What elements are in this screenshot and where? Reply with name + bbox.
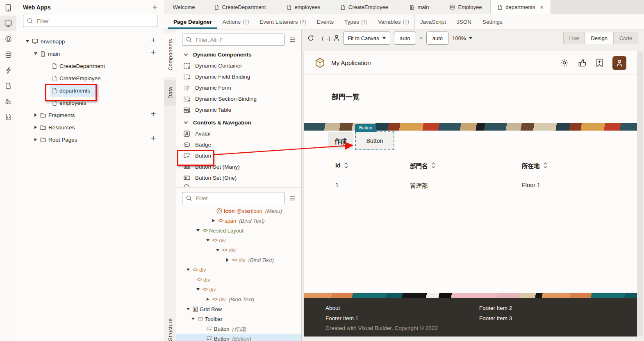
tab-variables[interactable]: Variables(1) (373, 14, 414, 29)
palette-item-dynamic-container[interactable]: Dynamic Container (176, 60, 301, 71)
services-icon[interactable] (0, 31, 16, 47)
web-apps-filter-input[interactable] (36, 18, 153, 25)
gear-icon[interactable] (560, 59, 569, 67)
palette-item-avatar[interactable]: Avatar (176, 128, 301, 139)
components-filter-input[interactable] (195, 36, 280, 43)
collapse-icon[interactable] (205, 239, 211, 242)
tab-event-listeners[interactable]: Event Listeners(2) (254, 14, 311, 29)
tab-json[interactable]: JSON (451, 14, 477, 29)
tree-item-employees[interactable]: employees (16, 97, 164, 109)
palette-menu-icon[interactable] (289, 37, 296, 42)
palette-item-dynamic-form[interactable]: Dynamic Form (176, 82, 301, 93)
source-view-icon[interactable] (0, 109, 16, 124)
footer-link-item3[interactable]: Footer Item 3 (479, 314, 512, 324)
selected-tree-item[interactable]: departments (50, 84, 99, 97)
refresh-icon[interactable] (307, 35, 314, 41)
structure-node-div[interactable]: <> div (176, 245, 301, 255)
tab-employees[interactable]: employees (276, 0, 331, 14)
user-preview-icon[interactable] (334, 35, 339, 41)
tree-item-root-pages[interactable]: Root Pages + (16, 133, 164, 146)
palette-item-button-set-one[interactable]: Button Set (One) (176, 172, 301, 183)
sort-icon[interactable] (544, 163, 547, 168)
tab-data[interactable]: Data (164, 80, 176, 106)
structure-node-span[interactable]: <> span(Bind Text) (176, 216, 301, 226)
tab-departments[interactable]: departments× (491, 0, 551, 15)
tab-events[interactable]: Events (312, 14, 339, 29)
diagram-icon[interactable] (0, 93, 16, 109)
section-dynamic-components[interactable]: Dynamic Components (176, 47, 301, 60)
collapse-icon[interactable] (215, 249, 221, 251)
tab-types[interactable]: Types(1) (339, 14, 373, 29)
components-market-icon[interactable] (0, 78, 16, 93)
zoom-select[interactable]: 100% (452, 35, 472, 41)
mode-code-button[interactable]: Code (613, 32, 638, 44)
tree-item-main[interactable]: main + (16, 47, 164, 60)
sort-icon[interactable] (344, 163, 348, 168)
expand-icon[interactable] (205, 298, 211, 301)
tab-page-designer[interactable]: Page Designer (168, 14, 217, 29)
collapse-icon[interactable] (195, 288, 201, 291)
tree-item-resources[interactable]: Resources (16, 121, 164, 133)
tree-item-fragments[interactable]: Fragments + (16, 109, 164, 121)
structure-filter[interactable] (182, 192, 284, 204)
structure-node-grid-row[interactable]: Grid Row (176, 304, 301, 314)
canvas-width-input[interactable] (394, 32, 416, 45)
avatar[interactable] (612, 56, 626, 70)
expand-icon[interactable] (225, 258, 230, 262)
tab-actions[interactable]: Actions(1) (217, 14, 255, 29)
collapse-icon[interactable] (185, 308, 191, 310)
mobile-apps-icon[interactable] (0, 0, 16, 16)
tab-main[interactable]: main (398, 0, 441, 14)
add-page-button[interactable]: + (151, 49, 156, 56)
structure-node-div[interactable]: <> div (176, 265, 301, 275)
close-icon[interactable]: × (540, 4, 544, 11)
structure-node-nested-layout[interactable]: <> Nested Layout (176, 226, 301, 235)
expand-icon[interactable] (33, 138, 39, 141)
structure-node-button-create[interactable]: Button(作成) (176, 324, 301, 334)
footer-link-item2[interactable]: Footer Item 2 (479, 303, 512, 314)
processes-icon[interactable] (0, 62, 16, 78)
palette-item-button[interactable]: Button (176, 150, 301, 161)
tab-createemployee[interactable]: CreateEmployee (331, 0, 398, 14)
tree-item-createdepartment[interactable]: CreateDepartment (16, 60, 164, 72)
structure-node-div-bind-text[interactable]: <> div(Bind Text) (176, 294, 301, 304)
collapse-icon[interactable] (195, 229, 201, 232)
structure-node-icon-starticon[interactable]: Icon@startIcon(Menu) (176, 206, 301, 216)
column-header-location[interactable]: 所在地 (522, 161, 540, 170)
tree-item-hrwebapp[interactable]: hrwebapp + (16, 35, 164, 47)
tab-employee-bo[interactable]: Employee (441, 0, 491, 14)
structure-filter-input[interactable] (195, 195, 280, 202)
palette-item-button-set-many[interactable]: Button Set (Many) (176, 161, 301, 172)
add-root-page-button[interactable]: + (151, 135, 156, 142)
fit-to-canvas-select[interactable]: Fit to Canvas (343, 32, 390, 45)
footer-link-about[interactable]: About (325, 303, 438, 314)
tree-item-departments[interactable]: departments (16, 84, 164, 97)
dropped-button[interactable]: Button Button (355, 131, 394, 150)
column-header-id[interactable]: Id (335, 162, 341, 169)
business-objects-icon[interactable] (0, 47, 16, 62)
tree-item-createemployee[interactable]: CreateEmployee (16, 72, 164, 84)
structure-node-toolbar[interactable]: Toolbar (176, 314, 301, 324)
web-apps-filter[interactable] (23, 15, 157, 27)
structure-node-div[interactable]: <> div (176, 235, 301, 245)
thumbs-up-icon[interactable] (578, 59, 587, 67)
create-button[interactable]: 作成 (328, 132, 353, 149)
collapse-icon[interactable] (33, 52, 39, 55)
expand-icon[interactable] (33, 113, 39, 117)
sort-icon[interactable] (432, 163, 435, 168)
footer-link-item1[interactable]: Footer Item 1 (325, 314, 438, 324)
mode-design-button[interactable]: Design (585, 32, 613, 44)
column-header-dept-name[interactable]: 部門名 (410, 161, 428, 170)
collapse-icon[interactable] (190, 318, 196, 320)
palette-item-dynamic-section-binding[interactable]: Dynamic Section Binding (176, 93, 301, 104)
structure-node-div-bind-text[interactable]: <> div(Bind Text) (176, 255, 301, 265)
tab-components[interactable]: Components (164, 33, 176, 77)
tab-structure[interactable]: Structure (164, 313, 176, 341)
collapse-icon[interactable] (185, 269, 191, 271)
tab-createdepartment[interactable]: CreateDepartment (204, 0, 276, 14)
expand-icon[interactable] (211, 219, 216, 222)
structure-node-div[interactable]: <> div (176, 285, 301, 294)
palette-item-dynamic-field-binding[interactable]: Dynamic Field Binding (176, 71, 301, 82)
structure-node-button-selected[interactable]: Button(Button) (176, 334, 301, 341)
palette-item-badge[interactable]: Badge (176, 139, 301, 150)
